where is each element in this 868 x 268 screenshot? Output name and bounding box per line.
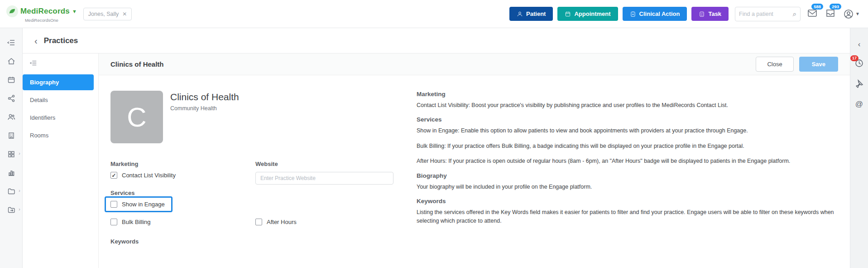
sidebar-item-rooms[interactable]: Rooms — [23, 127, 94, 143]
help-paragraph: Contact List Visibility: Boost your prac… — [417, 101, 838, 110]
clinical-action-button[interactable]: Clinical Action — [623, 7, 687, 21]
sidebar-item-identifiers[interactable]: Identifiers — [23, 110, 94, 126]
patient-search-input[interactable] — [739, 11, 793, 17]
checkbox-unchecked-icon[interactable] — [110, 201, 117, 208]
checkbox-unchecked-icon[interactable] — [110, 219, 117, 225]
inbox-badge: 293 — [830, 4, 841, 10]
collapse-right-panel-icon[interactable]: ‹ — [858, 40, 861, 49]
inbox-button[interactable]: 293 — [825, 8, 836, 20]
bulk-billing-checkbox[interactable]: Bulk Billing — [110, 219, 255, 225]
folder-export-chevron-icon: › — [19, 207, 20, 212]
subnav-collapse-icon[interactable] — [23, 60, 98, 74]
folder-chevron-icon: › — [19, 188, 20, 193]
brand-chevron-down-icon: ▼ — [72, 9, 77, 14]
marketing-heading: Marketing — [110, 161, 255, 167]
brand-subtitle: MediRecordsOne — [25, 18, 58, 23]
user-circle-icon — [843, 9, 854, 19]
practice-name: Clinics of Health — [170, 92, 239, 102]
folder-export-icon[interactable]: › — [6, 205, 16, 214]
checkbox-unchecked-icon[interactable] — [255, 219, 262, 225]
collapse-menu-icon[interactable] — [6, 38, 16, 47]
appointment-button[interactable]: Appointment — [557, 7, 618, 21]
person-icon — [517, 11, 523, 17]
help-paragraph: Your biography will be included in your … — [417, 183, 838, 191]
show-in-engage-checkbox[interactable]: Show in Engage — [110, 201, 165, 208]
header-icons: 588 293 ▼ — [807, 8, 860, 20]
close-button[interactable]: Close — [756, 57, 793, 72]
task-button[interactable]: Task — [691, 7, 729, 21]
practice-avatar: C — [110, 91, 163, 143]
checkbox-checked-icon[interactable] — [110, 172, 117, 179]
help-paragraph: Show in Engage: Enable this option to al… — [417, 127, 838, 135]
bulk-billing-label: Bulk Billing — [122, 219, 151, 225]
messages-badge: 588 — [811, 4, 823, 10]
patient-button-label: Patient — [526, 10, 546, 17]
services-heading: Services — [110, 190, 255, 196]
help-services-heading: Services — [417, 116, 838, 123]
panel-title: Clinics of Health — [110, 60, 164, 68]
appointment-button-label: Appointment — [574, 10, 610, 17]
medirecords-leaf-logo-icon — [6, 5, 18, 17]
chip-close-icon[interactable]: ✕ — [122, 11, 127, 17]
help-biography-heading: Biography — [417, 172, 838, 179]
biography-panel: Clinics of Health Close Save C Clinics o… — [99, 54, 850, 268]
show-in-engage-highlight: Show in Engage — [105, 196, 173, 212]
brand-block: MediRecords ▼ MediRecordsOne — [6, 5, 77, 23]
left-nav-rail: › › › — [0, 28, 23, 268]
mentions-button[interactable]: @ — [855, 100, 863, 109]
contact-list-visibility-label: Contact List Visibility — [122, 172, 176, 179]
pinned-items-button[interactable] — [855, 79, 863, 90]
after-hours-checkbox[interactable]: After Hours — [255, 219, 409, 225]
patient-button[interactable]: Patient — [509, 7, 553, 21]
sidebar-item-details[interactable]: Details — [23, 92, 94, 108]
recent-patient-chip[interactable]: Jones, Sally ✕ — [83, 8, 132, 20]
top-bar: MediRecords ▼ MediRecordsOne Jones, Sall… — [0, 0, 868, 28]
home-icon[interactable] — [6, 57, 16, 66]
clinical-action-button-label: Clinical Action — [639, 10, 680, 17]
recent-activity-button[interactable]: 17 — [855, 59, 863, 69]
task-button-label: Task — [708, 10, 721, 17]
help-paragraph: Listing the services offered in the Key … — [417, 208, 838, 226]
practice-building-icon[interactable] — [6, 131, 16, 140]
account-chevron-down-icon: ▼ — [855, 11, 860, 16]
help-keywords-heading: Keywords — [417, 198, 838, 205]
account-menu-button[interactable]: ▼ — [843, 9, 860, 19]
contacts-icon[interactable] — [6, 112, 16, 122]
right-utility-rail: ‹ 17 @ — [850, 28, 868, 268]
help-paragraph: Bulk Billing: If your practice offers Bu… — [417, 142, 838, 151]
practice-subnav: Biography Details Identifiers Rooms — [23, 54, 99, 268]
help-marketing-heading: Marketing — [417, 91, 838, 97]
brand-name: MediRecords — [20, 7, 70, 16]
contact-list-visibility-checkbox[interactable]: Contact List Visibility — [110, 172, 255, 179]
panel-header: Clinics of Health Close Save — [99, 54, 850, 75]
website-label: Website — [255, 161, 409, 167]
patient-search[interactable]: ⌕ — [735, 7, 801, 21]
help-paragraph: After Hours: If your practice is open ou… — [417, 157, 838, 166]
pin-icon — [855, 79, 863, 88]
sidebar-item-biography[interactable]: Biography — [23, 74, 94, 90]
search-icon[interactable]: ⌕ — [793, 10, 796, 18]
biography-form: C Clinics of Health Community Health Mar… — [110, 91, 409, 268]
keywords-heading: Keywords — [110, 238, 255, 245]
activity-badge: 17 — [850, 55, 858, 61]
reports-chart-icon[interactable] — [6, 168, 16, 177]
after-hours-label: After Hours — [267, 219, 297, 225]
calendar-icon — [565, 11, 571, 17]
website-input[interactable] — [255, 172, 393, 185]
calendar-nav-icon[interactable] — [6, 75, 16, 84]
apps-chevron-icon: › — [19, 151, 20, 156]
quick-actions: Patient Appointment Clinical Action Task — [509, 7, 729, 21]
network-share-icon[interactable] — [6, 94, 16, 103]
apps-grid-icon[interactable]: › — [6, 150, 16, 159]
page-title: Practices — [44, 36, 78, 45]
folder-icon[interactable]: › — [6, 187, 16, 196]
save-button[interactable]: Save — [799, 57, 838, 72]
practice-subtitle: Community Health — [170, 105, 239, 112]
messages-button[interactable]: 588 — [807, 8, 818, 20]
back-chevron-icon[interactable]: ‹ — [34, 36, 38, 45]
brand-menu[interactable]: MediRecords ▼ — [6, 5, 77, 17]
main-area: ‹ Practices Biography Details Identifier… — [23, 28, 850, 268]
help-column: Marketing Contact List Visibility: Boost… — [409, 91, 838, 268]
breadcrumb: ‹ Practices — [23, 28, 850, 54]
task-list-icon — [699, 11, 705, 17]
